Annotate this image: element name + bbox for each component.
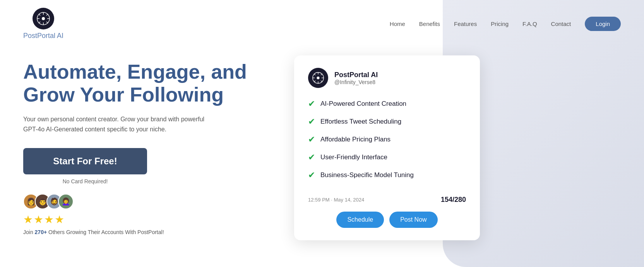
check-icon-1: ✔ (308, 117, 315, 127)
check-icon-0: ✔ (308, 99, 315, 109)
star-2: ★ (34, 213, 43, 226)
feature-text-4: Business-Specific Model Tuning (320, 171, 414, 179)
card-actions: Schedule Post Now (308, 212, 466, 228)
nav-faq[interactable]: F.A.Q (522, 21, 537, 27)
social-proof: Join 270+ Others Growing Their Accounts … (23, 229, 263, 235)
hero-left: Automate, Engage, and Grow Your Followin… (23, 60, 263, 236)
check-icon-3: ✔ (308, 152, 315, 162)
svg-point-1 (42, 17, 45, 20)
brand-logo-icon (33, 8, 54, 29)
card-header: PostPortal AI @Infinity_Verse8 (308, 68, 466, 88)
svg-line-9 (39, 22, 40, 23)
svg-line-17 (321, 81, 322, 82)
check-icon-2: ✔ (308, 134, 315, 145)
star-4: ★ (55, 213, 64, 226)
card-timestamp: 12:59 PM · May 14, 2024 (308, 197, 364, 203)
nav-pricing[interactable]: Pricing (491, 21, 509, 27)
no-card-text: No Card Required! (23, 178, 147, 184)
star-1: ★ (23, 213, 33, 226)
svg-line-18 (321, 74, 322, 75)
feature-text-3: User-Friendly Interface (320, 153, 387, 161)
login-button[interactable]: Login (585, 17, 621, 31)
hero-subtitle: Your own personal content creator. Grow … (23, 114, 217, 134)
nav-contact[interactable]: Contact (551, 21, 571, 27)
star-3: ★ (44, 213, 54, 226)
hero-section: Automate, Engage, and Grow Your Followin… (0, 48, 644, 248)
card-logo-icon (308, 68, 328, 88)
card-account-name: PostPortal AI (334, 71, 378, 79)
feature-item-2: ✔ Affordable Pricing Plans (308, 134, 466, 145)
card-account-handle: @Infinity_Verse8 (334, 79, 378, 85)
page-wrapper: PostPortal AI Home Benefits Features Pri… (0, 0, 644, 267)
feature-item-1: ✔ Effortless Tweet Scheduling (308, 117, 466, 127)
post-now-button[interactable]: Post Now (389, 212, 437, 228)
cta-button[interactable]: Start For Free! (23, 148, 147, 174)
navbar: PostPortal AI Home Benefits Features Pri… (0, 0, 644, 48)
nav-links: Home Benefits Features Pricing F.A.Q Con… (390, 17, 621, 31)
hero-title: Automate, Engage, and Grow Your Followin… (23, 60, 263, 107)
card-footer: 12:59 PM · May 14, 2024 154/280 (308, 189, 466, 204)
stars-row: ★ ★ ★ ★ (23, 213, 263, 226)
svg-line-7 (46, 22, 48, 23)
svg-line-6 (39, 14, 40, 16)
schedule-button[interactable]: Schedule (336, 212, 384, 228)
card-account-info: PostPortal AI @Infinity_Verse8 (334, 71, 378, 85)
logo-area: PostPortal AI (23, 8, 63, 40)
feature-item-0: ✔ AI-Powered Content Creation (308, 99, 466, 109)
feature-text-0: AI-Powered Content Creation (320, 100, 406, 108)
brand-name: PostPortal AI (23, 32, 63, 40)
feature-text-2: Affordable Pricing Plans (320, 136, 391, 143)
feature-item-4: ✔ Business-Specific Model Tuning (308, 170, 466, 180)
nav-benefits[interactable]: Benefits (419, 21, 440, 27)
hero-card: PostPortal AI @Infinity_Verse8 ✔ AI-Powe… (294, 55, 480, 240)
svg-line-19 (314, 81, 315, 82)
svg-point-11 (317, 76, 319, 79)
card-char-count: 154/280 (441, 196, 466, 204)
avatar-4: 👩‍🦱 (58, 194, 74, 209)
feature-text-1: Effortless Tweet Scheduling (320, 118, 401, 126)
svg-line-8 (46, 14, 48, 16)
avatars-row: 👩 👨 🧔 👩‍🦱 (23, 194, 263, 209)
nav-home[interactable]: Home (390, 21, 405, 27)
check-icon-4: ✔ (308, 170, 315, 180)
nav-features[interactable]: Features (454, 21, 477, 27)
feature-item-3: ✔ User-Friendly Interface (308, 152, 466, 162)
svg-line-16 (314, 74, 315, 75)
